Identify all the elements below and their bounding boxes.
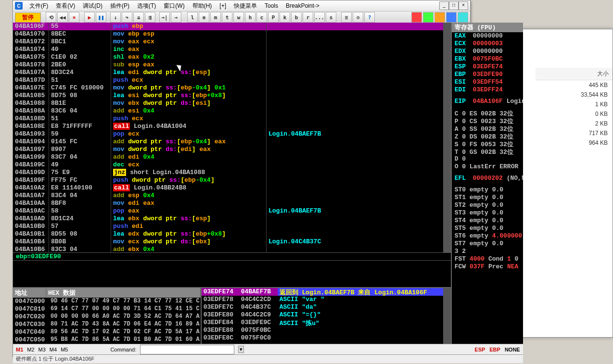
toolbar-m-button[interactable]: m: [210, 12, 221, 23]
disasm-bytes[interactable]: 8D75 08: [49, 92, 111, 100]
disasm-address[interactable]: 04BA10B0: [13, 223, 49, 230]
disasm-instruction[interactable]: mov ebx,dword ptr ds:[esi]: [111, 100, 266, 107]
disasm-comment[interactable]: [267, 53, 443, 61]
disasm-scrollbar[interactable]: [443, 23, 451, 252]
disasm-comment[interactable]: [267, 192, 443, 200]
step-back-button[interactable]: ◀◀: [57, 12, 68, 23]
register-edi[interactable]: EDI 03EDFF24: [452, 86, 523, 94]
disasm-instruction[interactable]: lea esi,dword ptr ss:[ebp+0x8]: [111, 92, 266, 100]
fpu-register[interactable]: ST3 empty 0.0: [452, 209, 523, 217]
disasm-instruction[interactable]: mov eax,ecx: [111, 38, 266, 46]
disasm-comment[interactable]: [267, 153, 443, 161]
disasm-comment[interactable]: [267, 215, 443, 223]
stack-row[interactable]: 03EDFE7404BAEF7B返回到 Login.04BAEF7B 来自 Lo…: [202, 288, 443, 296]
menu-options[interactable]: 选项(T): [134, 1, 159, 11]
disasm-instruction[interactable]: push edi: [111, 223, 266, 230]
menu-file[interactable]: 文件(F): [26, 1, 51, 11]
flag-line[interactable]: A 0 SS 002B 32位: [452, 125, 523, 132]
disasm-instruction[interactable]: call Login.04BA1004: [111, 123, 266, 130]
dropdown-icon[interactable]: ▾: [238, 346, 244, 353]
disasm-address[interactable]: 04BA1097: [13, 146, 49, 153]
disasm-instruction[interactable]: lea ebx,dword ptr ss:[esp]: [111, 215, 266, 223]
disasm-instruction[interactable]: add dword ptr ss:[ebp-0x4],eax: [111, 138, 266, 146]
stack-row[interactable]: 03EDFE7C04C4B37CASCII "da": [202, 303, 443, 311]
flag-line[interactable]: O 0 LastErr ERROR: [452, 163, 523, 171]
disasm-comment[interactable]: [267, 176, 443, 184]
disasm-address[interactable]: 04BA10A2: [13, 184, 49, 192]
close-button[interactable]: ×: [459, 1, 468, 10]
disasm-bytes[interactable]: 8B0B: [49, 238, 111, 246]
disasm-instruction[interactable]: mov dword ptr ss:[ebp-0x4],0x1: [111, 84, 266, 92]
disasm-bytes[interactable]: 83C6 04: [49, 107, 111, 115]
menu-help[interactable]: 帮助(H): [190, 1, 215, 11]
trace-over-button[interactable]: ⇶: [145, 12, 155, 23]
disasm-address[interactable]: 04BA108A: [13, 107, 49, 115]
disasm-comment[interactable]: [267, 84, 443, 92]
menu-quick[interactable]: 快捷菜单: [231, 1, 260, 11]
registers-pane[interactable]: 寄存器 (FPU) EAX 00000000ECX 00000003EDX 00…: [451, 23, 523, 344]
trace-into-button[interactable]: ⇊: [133, 12, 144, 23]
menu-windows[interactable]: 窗口(W): [161, 1, 187, 11]
fpu-register[interactable]: ST6 empty 4.000000: [452, 232, 523, 240]
disasm-instruction[interactable]: mov edi,eax: [111, 200, 266, 207]
none-button[interactable]: NONE: [505, 347, 520, 352]
disasm-comment[interactable]: [267, 46, 443, 53]
disasm-bytes[interactable]: 8D3C24: [49, 69, 111, 76]
toolbar-t-button[interactable]: t: [222, 12, 232, 23]
menu-plugins[interactable]: 插件(P): [107, 1, 132, 11]
disasm-bytes[interactable]: 51: [49, 115, 111, 123]
register-ebp[interactable]: EBP 03EDFE90: [452, 71, 523, 78]
disasm-address[interactable]: 04BA109D: [13, 169, 49, 176]
disasm-comment[interactable]: [267, 30, 443, 38]
disasm-instruction[interactable]: mov ebp,esp: [111, 30, 266, 38]
disasm-comment[interactable]: [267, 200, 443, 207]
disasm-instruction[interactable]: call Login.04BB24B8: [111, 184, 266, 192]
disasm-address[interactable]: 04BA10B1: [13, 230, 49, 238]
fpu-register[interactable]: ST4 empty 0.0: [452, 217, 523, 225]
color-red-button[interactable]: [411, 12, 422, 23]
toolbar-e-button[interactable]: e: [199, 12, 209, 23]
dump-row[interactable]: 0047C05095 B8 AC 7D 86 5A AC 7D 01 B0 AC…: [13, 336, 201, 344]
color-orange-button[interactable]: [434, 12, 445, 23]
disasm-instruction[interactable]: shl eax,0x2: [111, 53, 266, 61]
execute-till-return-button[interactable]: →|: [159, 12, 170, 23]
toolbar-h-button[interactable]: h: [245, 12, 255, 23]
disasm-bytes[interactable]: 51: [49, 76, 111, 84]
disasm-instruction[interactable]: push ecx: [111, 76, 266, 84]
disasm-comment[interactable]: [267, 107, 443, 115]
toolbar-k-button[interactable]: k: [280, 12, 290, 23]
disasm-instruction[interactable]: lea edi,dword ptr ss:[esp]: [111, 69, 266, 76]
step-into-button[interactable]: ↓: [110, 12, 121, 23]
disasm-address[interactable]: 04BA1085: [13, 92, 49, 100]
disasm-bytes[interactable]: 83C3 04: [49, 246, 111, 252]
disasm-bytes[interactable]: 40: [49, 46, 111, 53]
esp-button[interactable]: ESP: [474, 347, 485, 352]
disasm-comment[interactable]: [267, 123, 443, 130]
stack-row[interactable]: 03EDFE880075F0BC: [202, 326, 443, 334]
disasm-address[interactable]: 04BA108E: [13, 123, 49, 130]
fpu-register[interactable]: ST5 empty 0.0: [452, 225, 523, 232]
register-edx[interactable]: EDX 00000000: [452, 48, 523, 55]
disasm-address[interactable]: 04BA107E: [13, 84, 49, 92]
color-cyan-button[interactable]: [458, 12, 468, 23]
menu-debug[interactable]: 调试(D): [80, 1, 105, 11]
disasm-instruction[interactable]: mov dword ptr ds:[edi],eax: [111, 146, 266, 153]
stack-row[interactable]: 03EDFE8403EDFE9CASCII "拣u": [202, 319, 443, 326]
stack-row[interactable]: 03EDFE8004C4C2C9ASCII "={}": [202, 311, 443, 319]
stack-scrollbar[interactable]: [443, 288, 451, 344]
disasm-instruction[interactable]: mov ecx,dword ptr ds:[ebx]: [111, 238, 266, 246]
hex-dump-pane[interactable]: 地址 HEX 数据 0047C0009D 46 C7 77 07 49 C7 7…: [13, 288, 202, 344]
disasm-bytes[interactable]: 8BC1: [49, 38, 111, 46]
disasm-bytes[interactable]: 57: [49, 223, 111, 230]
list-button[interactable]: ≡: [341, 12, 352, 23]
flag-line[interactable]: S 0 FS 0053 32位: [452, 140, 523, 148]
disasm-address[interactable]: 04BA1075: [13, 53, 49, 61]
disasm-bytes[interactable]: 8D55 08: [49, 230, 111, 238]
m3-button[interactable]: M3: [38, 347, 46, 352]
disasm-comment[interactable]: Login.04BAEF7B: [267, 130, 443, 138]
toolbar-s-button[interactable]: s: [326, 12, 336, 23]
toolbar-P-button[interactable]: P: [268, 12, 279, 23]
disasm-address[interactable]: 04BA1072: [13, 38, 49, 46]
flag-line[interactable]: P 0 CS 0023 32位: [452, 117, 523, 125]
menu-tools[interactable]: Tools: [262, 1, 281, 10]
